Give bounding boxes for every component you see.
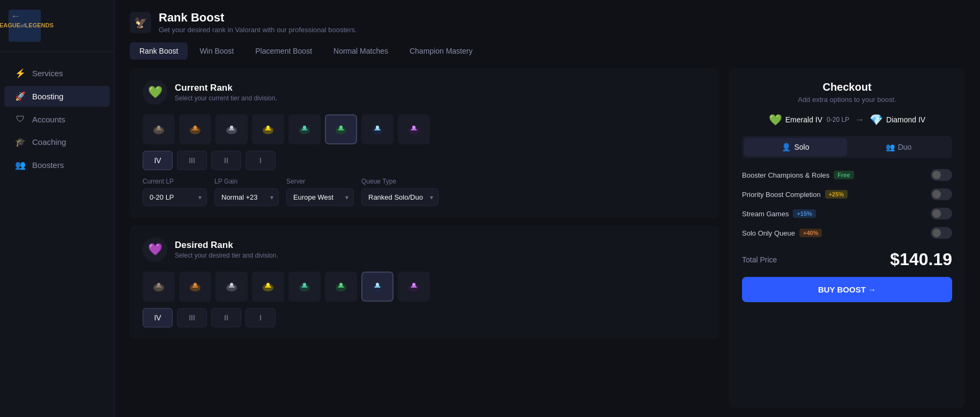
duo-icon: 👥 bbox=[886, 143, 895, 151]
journey-to-rank: Diamond IV bbox=[886, 115, 925, 124]
sidebar-logo: ← LEAGUE of LEGENDS bbox=[0, 0, 114, 52]
desired-rank-btn-diamond[interactable] bbox=[361, 272, 394, 302]
svg-point-1 bbox=[157, 126, 160, 129]
queue-btn-duo[interactable]: 👥 Duo bbox=[847, 138, 950, 156]
tab-normal-matches[interactable]: Normal Matches bbox=[324, 42, 398, 60]
svg-point-19 bbox=[194, 283, 197, 286]
tab-win-boost[interactable]: Win Boost bbox=[190, 42, 243, 60]
server-select[interactable]: Europe West Europe Nordic North America … bbox=[286, 188, 354, 206]
queue-type-group: Queue Type Ranked Solo/Duo Ranked Flex bbox=[361, 178, 439, 206]
tab-champion-mastery[interactable]: Champion Mastery bbox=[400, 42, 482, 60]
content-area: 💚 Current Rank Select your current tier … bbox=[115, 60, 980, 417]
option-stream-left: Stream Games +15% bbox=[742, 209, 816, 218]
desired-division-btn-ii[interactable]: II bbox=[211, 308, 241, 327]
svg-point-17 bbox=[157, 283, 160, 286]
rank-btn-gold[interactable] bbox=[252, 114, 284, 144]
buy-boost-button[interactable]: BUY BOOST → bbox=[742, 277, 952, 302]
selects-row: Current LP 0-20 LP 21-40 LP 41-60 LP 61-… bbox=[143, 178, 707, 206]
journey-to-icon: 💎 bbox=[870, 113, 883, 126]
option-stream-games: Stream Games +15% bbox=[742, 208, 952, 220]
lp-gain-group: LP Gain Normal +23 Normal +21 Normal +25… bbox=[214, 178, 279, 206]
tab-placement-boost[interactable]: Placement Boost bbox=[246, 42, 322, 60]
desired-rank-subtitle: Select your desired tier and division. bbox=[175, 252, 278, 259]
rank-btn-platinum[interactable] bbox=[288, 114, 321, 144]
lp-gain-wrapper: Normal +23 Normal +21 Normal +25 Normal … bbox=[214, 188, 279, 206]
server-label: Server bbox=[286, 178, 354, 185]
toggle-booster-champions[interactable] bbox=[931, 169, 952, 181]
desired-rank-header: 💜 Desired Rank Select your desired tier … bbox=[143, 237, 707, 262]
toggle-stream-games[interactable] bbox=[931, 208, 952, 220]
desired-rank-btn-silver[interactable] bbox=[216, 272, 248, 302]
current-rank-text: Current Rank Select your current tier an… bbox=[175, 83, 277, 102]
desired-rank-btn-emerald[interactable] bbox=[325, 272, 357, 302]
queue-type-wrapper: Ranked Solo/Duo Ranked Flex bbox=[361, 188, 439, 206]
lp-gain-select[interactable]: Normal +23 Normal +21 Normal +25 Normal … bbox=[214, 188, 279, 206]
svg-point-5 bbox=[230, 126, 233, 129]
svg-point-13 bbox=[376, 126, 379, 129]
option-priority-boost: Priority Boost Completion +25% bbox=[742, 188, 952, 200]
sidebar-item-coaching[interactable]: 🎓 Coaching bbox=[4, 131, 110, 152]
division-btn-iii[interactable]: III bbox=[177, 151, 207, 170]
current-lp-wrapper: 0-20 LP 21-40 LP 41-60 LP 61-80 LP 81-10… bbox=[143, 188, 207, 206]
svg-point-27 bbox=[339, 283, 343, 286]
svg-point-9 bbox=[303, 126, 306, 129]
sidebar-navigation: ⚡ Services 🚀 Boosting 🛡 Accounts 🎓 Coach… bbox=[0, 52, 114, 186]
rank-btn-bronze[interactable] bbox=[179, 114, 211, 144]
desired-division-row: IV III II I bbox=[143, 308, 707, 327]
queue-btn-solo[interactable]: 👤 Solo bbox=[744, 138, 847, 156]
desired-division-btn-iv[interactable]: IV bbox=[143, 308, 173, 327]
sidebar: ← LEAGUE of LEGENDS ⚡ Services 🚀 Boostin… bbox=[0, 0, 115, 417]
sidebar-item-services[interactable]: ⚡ Services bbox=[4, 63, 110, 84]
desired-rank-title: Desired Rank bbox=[175, 240, 278, 251]
desired-rank-btn-bronze[interactable] bbox=[179, 272, 211, 302]
division-btn-iv[interactable]: IV bbox=[143, 151, 173, 170]
server-wrapper: Europe West Europe Nordic North America … bbox=[286, 188, 354, 206]
option-booster-label: Booster Champions & Roles bbox=[742, 171, 829, 179]
queue-type-select[interactable]: Ranked Solo/Duo Ranked Flex bbox=[361, 188, 439, 206]
checkout-options-list: Booster Champions & Roles Free Priority … bbox=[742, 169, 952, 239]
desired-rank-btn-master[interactable] bbox=[398, 272, 430, 302]
desired-rank-btn-platinum[interactable] bbox=[288, 272, 321, 302]
desired-rank-text: Desired Rank Select your desired tier an… bbox=[175, 240, 278, 259]
sidebar-item-boosters[interactable]: 👥 Boosters bbox=[4, 155, 110, 175]
toggle-solo-queue[interactable] bbox=[931, 227, 952, 239]
header-icon: 🦅 bbox=[130, 12, 151, 33]
page-header: 🦅 Rank Boost Get your desired rank in Va… bbox=[115, 0, 980, 34]
rank-btn-silver[interactable] bbox=[216, 114, 248, 144]
option-booster-left: Booster Champions & Roles Free bbox=[742, 171, 854, 179]
division-btn-ii[interactable]: II bbox=[211, 151, 241, 170]
rank-btn-iron[interactable] bbox=[143, 114, 175, 144]
sidebar-item-accounts[interactable]: 🛡 Accounts bbox=[4, 109, 110, 129]
current-rank-icon-circle: 💚 bbox=[143, 80, 167, 105]
svg-point-15 bbox=[412, 126, 415, 129]
rank-journey: 💚 Emerald IV 0-20 LP → 💎 Diamond IV bbox=[742, 113, 952, 126]
desired-rank-btn-gold[interactable] bbox=[252, 272, 284, 302]
option-priority-left: Priority Boost Completion +25% bbox=[742, 190, 848, 199]
solo-label: Solo bbox=[794, 143, 809, 151]
left-panel: 💚 Current Rank Select your current tier … bbox=[130, 68, 719, 408]
current-rank-section: 💚 Current Rank Select your current tier … bbox=[130, 68, 719, 218]
desired-rank-btn-iron[interactable] bbox=[143, 272, 175, 302]
svg-point-31 bbox=[412, 283, 415, 286]
tab-rank-boost[interactable]: Rank Boost bbox=[130, 42, 188, 60]
boosters-icon: 👥 bbox=[15, 160, 26, 170]
desired-rank-icon-circle: 💜 bbox=[143, 237, 167, 262]
current-rank-subtitle: Select your current tier and division. bbox=[175, 94, 277, 102]
current-lp-select[interactable]: 0-20 LP 21-40 LP 41-60 LP 61-80 LP 81-10… bbox=[143, 188, 207, 206]
sidebar-item-boosting[interactable]: 🚀 Boosting bbox=[4, 86, 110, 107]
rank-btn-master[interactable] bbox=[398, 114, 430, 144]
duo-label: Duo bbox=[898, 143, 912, 151]
rank-btn-emerald[interactable] bbox=[325, 114, 357, 144]
journey-from-icon: 💚 bbox=[769, 113, 782, 126]
rank-btn-diamond[interactable] bbox=[361, 114, 394, 144]
svg-point-3 bbox=[194, 126, 197, 129]
desired-division-btn-iii[interactable]: III bbox=[177, 308, 207, 327]
back-arrow[interactable]: ← bbox=[11, 11, 20, 22]
checkout-title: Checkout bbox=[742, 81, 952, 93]
queue-type-label: Queue Type bbox=[361, 178, 439, 185]
svg-point-21 bbox=[230, 283, 233, 286]
desired-division-btn-i[interactable]: I bbox=[246, 308, 276, 327]
toggle-priority-boost[interactable] bbox=[931, 188, 952, 200]
division-btn-i[interactable]: I bbox=[246, 151, 276, 170]
checkout-subtitle: Add extra options to your boost. bbox=[742, 96, 952, 104]
